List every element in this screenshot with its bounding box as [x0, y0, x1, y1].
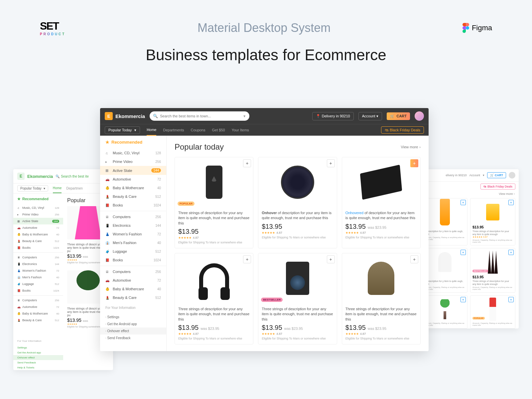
- sidebar-item[interactable]: 🖥Computers256: [100, 212, 166, 221]
- avatar[interactable]: [509, 172, 515, 179]
- sidebar-item[interactable]: ▦Active State144: [100, 166, 166, 175]
- sidebar-footer-link[interactable]: · Get the Android app: [100, 321, 166, 328]
- sidebar-item[interactable]: 👶Baby & Mothercare40: [13, 310, 63, 317]
- sidebar-footer-link[interactable]: Send Feedback: [13, 360, 63, 365]
- sidebar-item[interactable]: 🚗Automotive72: [100, 175, 166, 184]
- add-button[interactable]: +: [243, 159, 251, 167]
- nav-coupons[interactable]: Coupons: [191, 125, 205, 135]
- delivery-label: elivery in 90210: [446, 174, 466, 177]
- product-card[interactable]: + BESTSELLER $13.95 Three strings of des…: [470, 248, 515, 293]
- sidebar-item-label: Active State: [113, 169, 132, 173]
- sidebar-footer-link[interactable]: · Send Feedback: [100, 334, 166, 341]
- sidebar-item[interactable]: ▦Active State144: [13, 218, 63, 224]
- sidebar-item[interactable]: ▸Prime Video256: [13, 211, 63, 218]
- black-friday-button[interactable]: 🛍Black Friday Deals: [480, 184, 515, 190]
- add-button[interactable]: +: [508, 200, 514, 205]
- sidebar-footer-link[interactable]: Help & Tickets: [13, 365, 63, 370]
- sidebar-item[interactable]: 💄Beauty & Care512: [100, 293, 166, 302]
- sidebar-item[interactable]: 📱Electronics144: [100, 221, 166, 230]
- add-button[interactable]: +: [327, 255, 335, 263]
- sidebar-item[interactable]: 🧳Luggage512: [13, 281, 63, 287]
- sidebar-item[interactable]: 📕Books1024: [13, 287, 63, 294]
- view-more-link[interactable]: View more›: [401, 145, 421, 149]
- product-card[interactable]: + Three strings of description for your …: [175, 253, 253, 344]
- filter-icon[interactable]: ▼: [243, 114, 246, 118]
- product-card[interactable]: + Amount, Capacity, Rating or anything e…: [422, 295, 467, 329]
- sidebar-item[interactable]: 💄Beauty & Care512: [13, 317, 63, 324]
- search-input[interactable]: [160, 114, 241, 118]
- add-button[interactable]: +: [508, 250, 514, 255]
- sidebar-item[interactable]: 📱Electronics144: [13, 261, 63, 267]
- search-field[interactable]: 🔍 ▼: [150, 111, 249, 121]
- nav-youritems[interactable]: Your Items: [232, 125, 249, 135]
- shipping-info: Eligible for Shipping To Mars or somewhe…: [178, 241, 250, 245]
- add-button[interactable]: +: [461, 200, 466, 205]
- sidebar-item-label: Beauty & Care: [113, 195, 137, 199]
- delivery-pill[interactable]: 📍Delivery in 90210: [312, 112, 354, 120]
- add-button[interactable]: +: [508, 297, 514, 302]
- sidebar-item[interactable]: 🖥Computers256: [100, 267, 166, 276]
- sidebar-item[interactable]: 🖥Computers256: [13, 254, 63, 261]
- product-card[interactable]: + Onhover of description for your any it…: [258, 157, 337, 248]
- pin-icon: 📍: [316, 114, 321, 118]
- popular-badge: POPULAR: [178, 201, 195, 206]
- add-button[interactable]: +: [410, 159, 418, 167]
- product-card[interactable]: + POPULAR Amount, Capacity, Rating or an…: [470, 295, 515, 329]
- avatar[interactable]: [415, 111, 424, 121]
- cart-button[interactable]: 🛒CART: [487, 172, 506, 178]
- sidebar-item[interactable]: 💄Beauty & Care512: [13, 238, 63, 244]
- nav-home[interactable]: Home: [53, 184, 62, 193]
- sidebar-item[interactable]: 📕Books1024: [100, 256, 166, 264]
- sidebar-item[interactable]: 👗Women's Fashion72: [100, 230, 166, 238]
- nav-home[interactable]: Home: [147, 124, 156, 136]
- sidebar-footer-link[interactable]: Onhover effect: [13, 355, 63, 360]
- product-card[interactable]: + 5 of description for y item is quite o…: [422, 248, 467, 293]
- category-icon: 👶: [17, 312, 21, 315]
- sidebar-footer-link[interactable]: · Settings: [100, 314, 166, 321]
- product-card[interactable]: + BESTSELLER Three strings of descriptio…: [258, 253, 337, 344]
- sidebar-footer-link[interactable]: Get the Android app: [13, 350, 63, 355]
- sidebar-item[interactable]: ♫Music, CD, Vinyl128: [100, 149, 166, 157]
- sidebar-item[interactable]: 💄Beauty & Care512: [100, 192, 166, 201]
- black-friday-button[interactable]: 🛍Black Friday Deals: [381, 126, 424, 134]
- sidebar-item[interactable]: 👶Baby & Mothercare40: [100, 184, 166, 192]
- account-dropdown[interactable]: Account▾: [358, 112, 382, 120]
- sidebar-item[interactable]: 📕Books1024: [13, 244, 63, 251]
- sidebar-item-count: 256: [155, 160, 161, 164]
- sidebar-item[interactable]: 🖥Computers256: [13, 297, 63, 304]
- category-dropdown[interactable]: Popular Today▾: [17, 185, 48, 192]
- sidebar-footer-link[interactable]: Settings: [13, 345, 63, 350]
- cart-button[interactable]: 🛒CART: [387, 112, 410, 120]
- sidebar-item[interactable]: 🚗Automotive72: [13, 224, 63, 231]
- sidebar-item[interactable]: 🚗Automotive72: [100, 276, 166, 285]
- view-more-link[interactable]: View more ›: [419, 190, 519, 198]
- add-button[interactable]: +: [327, 159, 335, 167]
- add-button[interactable]: +: [410, 255, 418, 263]
- nav-departments[interactable]: Departments: [163, 125, 184, 135]
- sidebar-item[interactable]: 📕Books1024: [100, 201, 166, 209]
- sidebar-item[interactable]: 👶Baby & Mothercare40: [100, 285, 166, 293]
- product-card[interactable]: + POPULAR Three strings of description f…: [175, 157, 253, 248]
- add-button[interactable]: +: [461, 297, 466, 302]
- sidebar-item[interactable]: ▸Prime Video256: [100, 157, 166, 166]
- sidebar-item[interactable]: 👗Women's Fashion72: [13, 267, 63, 274]
- sidebar-item[interactable]: 👔Men's Fashion40: [100, 238, 166, 247]
- product-card[interactable]: + $13.95 Three strings of description fo…: [470, 198, 515, 245]
- sidebar-item[interactable]: 🧳Luggage512: [100, 247, 166, 256]
- add-button[interactable]: +: [243, 255, 251, 263]
- product-card[interactable]: + 5 of description for y item is quite o…: [422, 198, 467, 245]
- add-button[interactable]: +: [461, 250, 466, 255]
- product-card[interactable]: + Onhovered of description for your any …: [342, 157, 421, 248]
- sidebar-item[interactable]: 👔Men's Fashion40: [13, 274, 63, 281]
- shipping-info: Eligible for Shipping To Mars or somewhe…: [262, 236, 333, 240]
- sidebar-footer-link[interactable]: · Onhover effect: [100, 328, 166, 334]
- sidebar-item[interactable]: ♫Music, CD, Vinyl128: [13, 204, 63, 211]
- sidebar-item-count: 1024: [154, 258, 161, 262]
- sidebar-item[interactable]: 🚗Automotive72: [13, 304, 63, 310]
- account-dropdown[interactable]: Account: [469, 174, 480, 177]
- nav-departments[interactable]: Departmen: [66, 184, 82, 193]
- sidebar-item[interactable]: 👶Baby & Mothercare40: [13, 231, 63, 238]
- category-dropdown[interactable]: Popular Today▾: [105, 126, 140, 134]
- product-card[interactable]: + Three strings of description for your …: [342, 253, 421, 344]
- nav-get50[interactable]: Get $50: [212, 125, 225, 135]
